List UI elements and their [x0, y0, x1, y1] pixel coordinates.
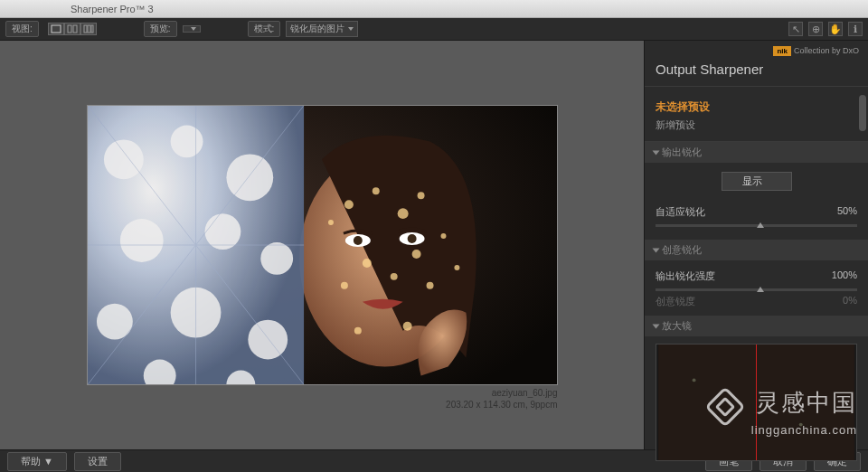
- view-side-icon[interactable]: [80, 23, 97, 35]
- file-dims: 203.20 x 114.30 cm, 9ppcm: [446, 399, 557, 411]
- right-panel: nikCollection by DxO Output Sharpener 未选…: [644, 41, 868, 449]
- svg-point-11: [407, 234, 416, 243]
- hand-icon[interactable]: ✋: [828, 22, 843, 36]
- svg-rect-1: [68, 25, 71, 33]
- view-single-icon[interactable]: [48, 23, 64, 35]
- info-icon[interactable]: ℹ: [848, 22, 863, 36]
- svg-point-21: [248, 320, 288, 360]
- window-title: Sharpener Pro™ 3: [71, 4, 154, 14]
- svg-rect-2: [73, 25, 77, 33]
- strength-label: 输出锐化强度: [656, 269, 715, 283]
- svg-point-35: [340, 282, 347, 289]
- svg-point-16: [119, 219, 163, 262]
- svg-point-39: [426, 282, 433, 289]
- svg-point-40: [327, 220, 333, 225]
- svg-point-34: [411, 250, 420, 259]
- svg-point-37: [354, 327, 361, 335]
- view-mode-buttons: [48, 23, 97, 35]
- strength-slider[interactable]: [656, 288, 857, 291]
- svg-point-36: [440, 233, 446, 239]
- section-loupe-header[interactable]: 放大镜: [645, 316, 868, 336]
- nik-logo: nik: [773, 46, 791, 56]
- svg-point-28: [344, 200, 353, 209]
- section-creative-header[interactable]: 创意锐化: [645, 240, 868, 260]
- svg-point-46: [799, 423, 803, 427]
- preset-new[interactable]: 新增预设: [656, 118, 857, 132]
- svg-point-45: [693, 378, 696, 382]
- svg-rect-5: [91, 25, 93, 33]
- loupe-view[interactable]: [656, 344, 857, 461]
- pointer-icon[interactable]: ↖: [788, 22, 803, 36]
- svg-point-15: [226, 154, 273, 201]
- svg-point-38: [402, 322, 411, 331]
- svg-rect-3: [84, 25, 87, 33]
- help-button[interactable]: 帮助 ▼: [7, 452, 67, 471]
- zoom-icon[interactable]: ⊕: [808, 22, 823, 36]
- file-info: aeziyuan_60.jpg 203.20 x 114.30 cm, 9ppc…: [446, 387, 557, 411]
- mode-label: 模式:: [248, 21, 281, 37]
- preview-dropdown[interactable]: [183, 25, 201, 33]
- svg-point-29: [372, 187, 379, 194]
- svg-point-17: [204, 213, 241, 250]
- preset-active[interactable]: 未选择预设: [656, 99, 857, 115]
- view-label: 视图:: [5, 21, 39, 37]
- canvas-area[interactable]: aeziyuan_60.jpg 203.20 x 114.30 cm, 9ppc…: [0, 41, 644, 449]
- brand-row: nikCollection by DxO: [645, 41, 868, 58]
- chevron-down-icon: [653, 324, 660, 328]
- view-split-icon[interactable]: [64, 23, 80, 35]
- chevron-down-icon: [653, 248, 660, 252]
- adaptive-slider[interactable]: [656, 224, 857, 227]
- settings-button[interactable]: 设置: [74, 452, 121, 471]
- preview-image[interactable]: [87, 105, 558, 385]
- svg-point-18: [260, 242, 293, 275]
- svg-point-32: [362, 259, 371, 268]
- panel-title: Output Sharpener: [645, 58, 868, 87]
- mode-dropdown[interactable]: 锐化后的图片: [286, 21, 358, 37]
- title-bar: Sharpener Pro™ 3: [0, 0, 868, 18]
- chevron-down-icon: [653, 150, 660, 155]
- display-dropdown[interactable]: 显示: [722, 172, 792, 191]
- svg-rect-4: [88, 25, 90, 33]
- svg-point-9: [353, 236, 362, 245]
- section-output-header[interactable]: 输出锐化: [645, 142, 868, 163]
- svg-point-31: [417, 192, 424, 199]
- file-name: aeziyuan_60.jpg: [446, 387, 557, 399]
- strength-value: 100%: [832, 269, 857, 283]
- svg-point-13: [103, 139, 143, 179]
- scrollbar[interactable]: [859, 95, 866, 131]
- svg-rect-0: [52, 25, 61, 33]
- adaptive-value: 50%: [837, 205, 857, 219]
- svg-point-30: [397, 208, 408, 219]
- svg-point-14: [170, 126, 203, 158]
- adaptive-label: 自适应锐化: [656, 205, 705, 219]
- top-toolbar: 视图: 预览: 模式: 锐化后的图片 ↖ ⊕ ✋ ℹ: [0, 18, 868, 41]
- svg-point-41: [454, 265, 459, 270]
- preview-label: 预览:: [144, 21, 177, 37]
- svg-point-19: [96, 304, 132, 340]
- svg-point-33: [390, 273, 397, 280]
